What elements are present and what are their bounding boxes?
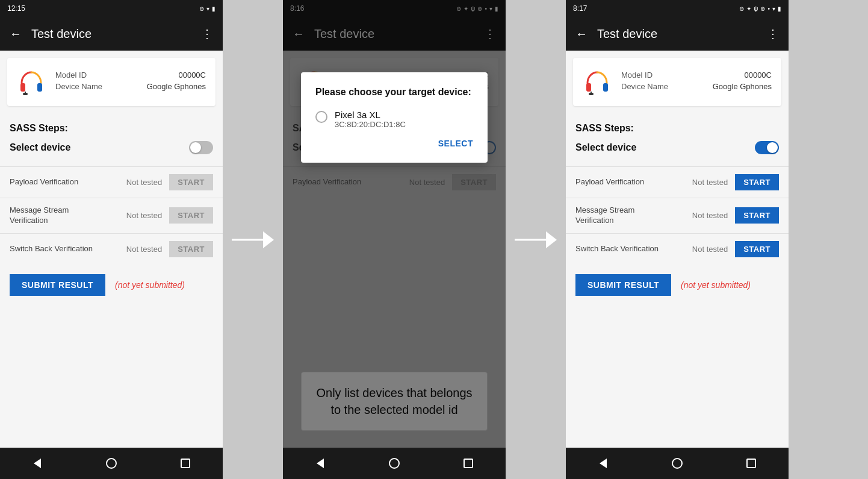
svg-rect-1 [37, 83, 42, 92]
filler [789, 0, 868, 479]
svg-rect-11 [589, 93, 594, 95]
sim-icon-r: ⊖ [739, 5, 744, 12]
nav-back-right[interactable] [592, 452, 614, 474]
sass-section-right: SASS Steps: Select device [566, 113, 789, 166]
screens-container: 12:15 ⊖ ▾ ▮ ← Test device ⋮ [0, 0, 868, 479]
submit-button-left[interactable]: SUBMIT RESULT [10, 274, 105, 296]
nav-home-right[interactable] [666, 452, 688, 474]
test-row-right-0: Payload Verification Not tested START [566, 166, 789, 198]
start-button-right-1[interactable]: START [735, 207, 779, 224]
content-right: Model ID 00000C Device Name Google Gphon… [566, 51, 789, 448]
device-option[interactable]: Pixel 3a XL 3C:8D:20:DC:D1:8C [315, 110, 473, 129]
arrow-shape-2 [515, 228, 557, 252]
device-info-left: Model ID 00000C Device Name Google Gphon… [55, 70, 206, 93]
test-status-right-0: Not tested [686, 178, 728, 187]
svg-rect-8 [586, 83, 591, 92]
device-name-value-left: Google Gphones [147, 82, 206, 91]
nav-recents-middle[interactable] [457, 452, 479, 474]
toggle-left[interactable] [189, 141, 213, 154]
settings-icon-r: ✦ [746, 5, 751, 12]
battery-icon: ▮ [212, 5, 215, 12]
test-status-left-0: Not tested [120, 178, 162, 187]
radio-button[interactable] [315, 111, 327, 123]
svg-rect-3 [23, 93, 28, 95]
back-button-right[interactable]: ← [575, 27, 587, 41]
device-option-mac: 3C:8D:20:DC:D1:8C [335, 120, 473, 129]
test-label-left-1: Message StreamVerification [10, 205, 120, 226]
toggle-right[interactable] [755, 141, 779, 154]
test-row-left-0: Payload Verification Not tested START [0, 166, 223, 198]
device-option-name: Pixel 3a XL [335, 110, 473, 120]
more-button-left[interactable]: ⋮ [201, 27, 213, 41]
start-button-left-0[interactable]: START [169, 174, 213, 190]
nav-home-left[interactable] [101, 452, 122, 474]
screen-left: 12:15 ⊖ ▾ ▮ ← Test device ⋮ [0, 0, 223, 479]
more-button-right[interactable]: ⋮ [767, 27, 779, 41]
arrow-shape-1 [232, 228, 274, 252]
svg-rect-9 [603, 83, 608, 92]
screen-middle: 8:16 ⊖ ✦ ψ ⊕ • ▾ ▮ ← Test device ⋮ [283, 0, 506, 479]
screen-right: 8:17 ⊖ ✦ ψ ⊕ • ▾ ▮ ← Test device ⋮ [566, 0, 789, 479]
nav-bar-left [0, 448, 223, 479]
wifi-icon: ▾ [206, 5, 209, 12]
status-time-right: 8:17 [573, 4, 587, 13]
dot-icon-r: • [767, 5, 770, 12]
test-status-right-2: Not tested [686, 245, 728, 254]
toggle-thumb-left [190, 142, 201, 153]
model-id-value-right: 00000C [744, 70, 772, 80]
model-id-label-right: Model ID [621, 70, 653, 80]
status-bar-left: 12:15 ⊖ ▾ ▮ [0, 0, 223, 17]
select-button[interactable]: SELECT [438, 139, 473, 148]
nav-recents-right[interactable] [740, 452, 762, 474]
nav-recents-left[interactable] [175, 452, 196, 474]
app-title-left: Test device [31, 27, 191, 41]
status-bar-right: 8:17 ⊖ ✦ ψ ⊕ • ▾ ▮ [566, 0, 789, 17]
toggle-thumb-right [767, 142, 778, 153]
test-status-right-1: Not tested [686, 211, 728, 220]
submit-button-right[interactable]: SUBMIT RESULT [575, 274, 671, 296]
status-icons-right: ⊖ ✦ ψ ⊕ • ▾ ▮ [739, 5, 781, 12]
bt-icon-r: ψ [754, 5, 758, 12]
test-row-left-1: Message StreamVerification Not tested ST… [0, 198, 223, 233]
test-status-left-1: Not tested [120, 211, 162, 220]
test-status-left-2: Not tested [120, 245, 162, 254]
dialog-title: Please choose your target device: [315, 87, 473, 98]
not-submitted-right: (not yet submitted) [681, 280, 751, 290]
nav-back-left[interactable] [26, 452, 48, 474]
model-id-value-left: 00000C [178, 70, 206, 80]
test-label-left-2: Switch Back Verification [10, 244, 120, 254]
device-card-right: Model ID 00000C Device Name Google Gphon… [573, 58, 781, 106]
back-button-left[interactable]: ← [10, 27, 22, 41]
start-button-left-2[interactable]: START [169, 241, 213, 257]
device-name-value-right: Google Gphones [713, 82, 772, 91]
test-row-left-2: Switch Back Verification Not tested STAR… [0, 233, 223, 265]
start-button-right-2[interactable]: START [735, 241, 779, 257]
test-label-right-0: Payload Verification [575, 177, 686, 187]
sass-section-left: SASS Steps: Select device [0, 113, 223, 166]
not-submitted-left: (not yet submitted) [115, 280, 185, 290]
content-left: Model ID 00000C Device Name Google Gphon… [0, 51, 223, 448]
nav-back-middle[interactable] [309, 452, 331, 474]
wifi2-icon-r: ▾ [772, 5, 775, 12]
device-option-info: Pixel 3a XL 3C:8D:20:DC:D1:8C [335, 110, 473, 129]
select-device-label-left: Select device [10, 142, 70, 153]
svg-rect-0 [20, 83, 25, 92]
start-button-right-0[interactable]: START [735, 174, 779, 190]
test-label-right-1: Message StreamVerification [575, 205, 686, 226]
nav-home-middle[interactable] [383, 452, 405, 474]
device-name-label-right: Device Name [621, 82, 668, 91]
app-title-right: Test device [597, 27, 757, 41]
submit-row-right: SUBMIT RESULT (not yet submitted) [566, 265, 789, 305]
wifi-icon-r: ⊕ [760, 5, 765, 12]
test-row-right-2: Switch Back Verification Not tested STAR… [566, 233, 789, 265]
select-device-label-right: Select device [575, 142, 636, 153]
dialog-actions: SELECT [315, 139, 473, 148]
dialog-overlay[interactable]: Please choose your target device: Pixel … [283, 0, 506, 479]
status-icons-left: ⊖ ▾ ▮ [199, 5, 215, 12]
device-chooser-dialog: Please choose your target device: Pixel … [301, 72, 488, 163]
model-id-label-left: Model ID [55, 70, 87, 80]
select-device-row-right: Select device [575, 136, 779, 161]
start-button-left-1[interactable]: START [169, 207, 213, 224]
sim-icon: ⊖ [199, 5, 204, 12]
nav-bar-right [566, 448, 789, 479]
